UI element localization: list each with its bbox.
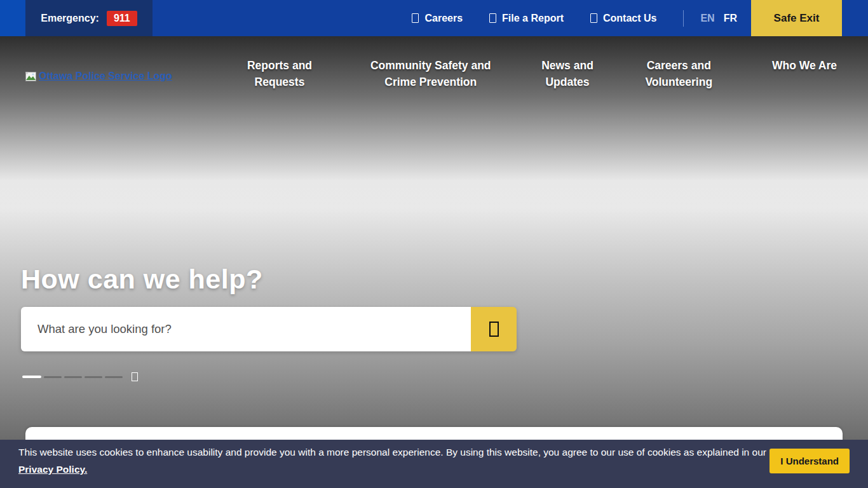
nav-menu: Reports and Requests Community Safety an… xyxy=(232,57,852,90)
search-icon xyxy=(489,322,499,337)
search-input[interactable] xyxy=(21,307,471,351)
language-toggle-en[interactable]: EN xyxy=(700,13,714,24)
file-a-report-link[interactable]: File a Report xyxy=(489,13,564,24)
ottawa-police-logo-link[interactable]: Ottawa Police Service Logo xyxy=(25,71,172,82)
topbar-left-accent xyxy=(0,0,25,36)
cookie-message: This website uses cookies to enhance usa… xyxy=(18,444,768,478)
topbar-right-group: Careers File a Report Contact Us EN FR S… xyxy=(412,0,868,36)
carousel-indicator[interactable] xyxy=(85,376,102,378)
carousel-indicator[interactable] xyxy=(105,376,123,378)
language-divider xyxy=(683,10,684,27)
top-utility-bar: Emergency: 911 Careers File a Report Con… xyxy=(0,0,868,36)
nav-item-careers-and-volunteering[interactable]: Careers and Volunteering xyxy=(636,57,722,90)
search-button[interactable] xyxy=(471,307,517,351)
carousel-indicator[interactable] xyxy=(22,376,41,378)
file-report-link-label: File a Report xyxy=(502,13,564,24)
emergency-callout: Emergency: 911 xyxy=(25,0,153,36)
logo-alt-text: Ottawa Police Service Logo xyxy=(39,71,172,82)
contact-us-link-label: Contact Us xyxy=(603,13,656,24)
language-toggle-fr[interactable]: FR xyxy=(724,13,737,24)
careers-link[interactable]: Careers xyxy=(412,13,463,24)
carousel-controls xyxy=(22,372,138,381)
carousel-pause-icon[interactable] xyxy=(132,372,138,381)
carousel-indicator[interactable] xyxy=(64,376,82,378)
contact-us-link[interactable]: Contact Us xyxy=(590,13,656,24)
privacy-policy-link[interactable]: Privacy Policy. xyxy=(18,464,87,475)
main-navigation: Ottawa Police Service Logo Reports and R… xyxy=(0,36,868,112)
cookie-consent-banner: This website uses cookies to enhance usa… xyxy=(0,440,868,488)
careers-icon xyxy=(412,13,419,23)
emergency-911-badge: 911 xyxy=(107,11,137,26)
emergency-label: Emergency: xyxy=(41,13,99,24)
nav-item-community-safety[interactable]: Community Safety and Crime Prevention xyxy=(362,57,499,90)
broken-image-icon xyxy=(25,72,36,81)
contact-us-icon xyxy=(590,13,597,23)
nav-item-reports-and-requests[interactable]: Reports and Requests xyxy=(232,57,327,90)
cookie-message-text: This website uses cookies to enhance usa… xyxy=(18,447,766,458)
nav-item-news-and-updates[interactable]: News and Updates xyxy=(534,57,601,90)
page-title: How can we help? xyxy=(21,264,263,295)
site-search xyxy=(21,307,517,351)
safe-exit-button[interactable]: Safe Exit xyxy=(751,0,842,36)
i-understand-button[interactable]: I Understand xyxy=(770,449,850,473)
careers-link-label: Careers xyxy=(424,13,463,24)
nav-item-who-we-are[interactable]: Who We Are xyxy=(757,57,852,74)
carousel-indicator[interactable] xyxy=(44,376,62,378)
file-report-icon xyxy=(489,13,496,23)
